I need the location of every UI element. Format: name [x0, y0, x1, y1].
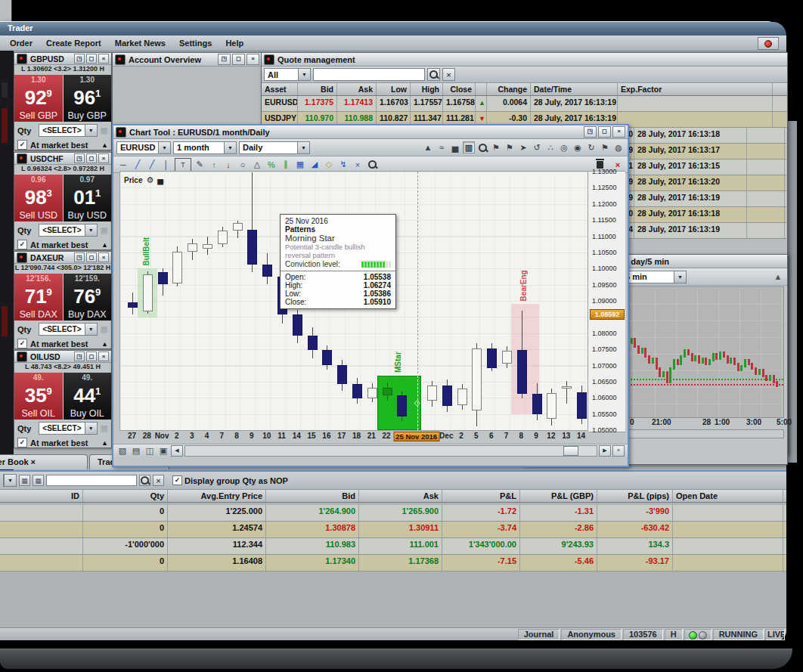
quote-col-low[interactable]: Low — [377, 83, 411, 95]
quote-col-date-time[interactable]: Date/Time — [531, 83, 618, 95]
quote-col-change[interactable]: Change — [487, 83, 531, 95]
buy-button[interactable]: 49.441Buy OIL — [64, 373, 112, 420]
menu-item-market-news[interactable]: Market News — [108, 37, 172, 49]
orders-col-p-l-pips-[interactable]: P&L (pips) — [597, 490, 673, 502]
menu-item-help[interactable]: Help — [219, 37, 250, 49]
scroll-right-button[interactable]: ▶ — [599, 445, 611, 457]
quote-col-asset[interactable]: Asset — [262, 83, 298, 95]
save-icon[interactable]: ▤ — [130, 445, 142, 457]
nop-checkbox[interactable]: ✓ — [172, 475, 182, 485]
quote-col-bid[interactable]: Bid — [298, 83, 337, 95]
menu-item-create-report[interactable]: Create Report — [39, 37, 108, 49]
menu-item-order[interactable]: Order — [3, 37, 39, 49]
arrow-down-tool-icon[interactable]: ↓ — [222, 159, 234, 171]
buy-button[interactable]: 0.97011Buy USD — [64, 175, 112, 221]
window-maximize-button[interactable]: ◻ — [86, 351, 97, 361]
window-float-button[interactable]: ◳ — [74, 252, 85, 262]
orders-col-open-date[interactable]: Open Date — [673, 490, 783, 502]
alert-icon[interactable]: ⚑ — [504, 141, 516, 153]
target-icon[interactable]: ◎ — [558, 141, 570, 153]
ungroup-button[interactable]: ▦ — [33, 475, 44, 486]
zoom-small-icon[interactable] — [366, 159, 378, 171]
window-float-button[interactable]: ◳ — [584, 126, 597, 138]
quote-row[interactable]: 2028 July, 2017 16:13:18 — [622, 207, 786, 223]
sell-button[interactable]: 49.359Sell OIL — [14, 373, 63, 420]
market-best-checkbox[interactable]: ✓ — [17, 240, 27, 249]
collapse-icon[interactable]: ▲ — [101, 439, 108, 447]
market-best-checkbox[interactable]: ✓ — [17, 140, 27, 150]
scroll-left-button[interactable]: ◀ — [171, 445, 183, 457]
chart-symbol-dropdown[interactable]: EURUSD▼ — [116, 141, 171, 154]
order-row[interactable]: 01.164081.173401.17368-7.15-5.46-93.17 — [0, 555, 786, 571]
close-icon[interactable]: × — [29, 457, 36, 466]
flag-tool-icon[interactable]: ◇ — [323, 159, 335, 171]
qty-dropdown[interactable]: <SELECT>▼ — [39, 323, 97, 336]
quote-search-input[interactable] — [313, 68, 425, 81]
vline-tool-icon[interactable]: │ — [160, 159, 172, 171]
quote-col-dir[interactable] — [476, 83, 487, 95]
text-tool-icon[interactable]: T — [175, 158, 191, 172]
trendline-tool-icon[interactable]: ╱ — [132, 159, 144, 171]
quote-col-high[interactable]: High — [411, 83, 443, 95]
chart-interval-dropdown[interactable]: Daily▼ — [239, 141, 310, 154]
sell-button[interactable]: 0.96983Sell USD — [14, 175, 63, 221]
order-row[interactable]: 01.245741.308781.30911-3.74-2.86-630.42 — [0, 522, 786, 538]
quote-col-close[interactable]: Close — [443, 83, 476, 95]
orders-filter-dropdown[interactable]: ▼ — [3, 474, 17, 487]
sell-button[interactable]: 12'156.719Sell DAX — [14, 274, 63, 321]
collapse-icon[interactable]: ▲ — [101, 340, 108, 348]
layout-icon[interactable]: ▧ — [116, 445, 129, 457]
area-chart-icon[interactable]: ▲ — [772, 271, 784, 283]
quote-filter-dropdown[interactable]: All▼ — [264, 68, 311, 81]
buy-button[interactable]: 12'159.769Buy DAX — [64, 274, 112, 321]
scroll-end-button[interactable]: » — [612, 445, 625, 457]
pattern-points-icon[interactable]: ∴ — [544, 141, 557, 153]
window-close-button[interactable]: × — [98, 54, 109, 63]
window-close-button[interactable]: × — [98, 351, 109, 361]
gear-icon[interactable]: ⚙ — [146, 175, 153, 185]
window-close-button[interactable]: × — [612, 126, 625, 138]
grid-icon[interactable]: ▦ — [101, 125, 108, 135]
window-float-button[interactable]: ◳ — [218, 54, 231, 65]
cross-tool-icon[interactable]: × — [352, 159, 364, 171]
market-best-checkbox[interactable]: ✓ — [17, 339, 27, 348]
orders-col-id[interactable]: ID — [0, 490, 83, 502]
quote-row[interactable]: EURUSD1.173751.174131.167031.175571.1675… — [262, 96, 787, 112]
sell-button[interactable]: 1.30929Sell GBP — [14, 75, 63, 122]
percent-tool-icon[interactable]: % — [265, 159, 277, 171]
quote-row[interactable]: 2928 July, 2017 16:13:17 — [622, 144, 786, 159]
alert-add-icon[interactable]: ⚑ — [490, 141, 502, 153]
copy-icon[interactable]: ◫ — [144, 445, 156, 457]
zoom-icon[interactable] — [476, 141, 488, 153]
world-icon[interactable]: ◍ — [612, 141, 625, 153]
candlestick-chart-icon[interactable]: ▥ — [463, 141, 475, 153]
quote-col-exp-factor[interactable]: Exp.Factor — [618, 83, 773, 95]
orders-col-p-l-gbp-[interactable]: P&L (GBP) — [520, 490, 597, 502]
orders-clear-button[interactable]: × — [153, 475, 164, 486]
group-button[interactable]: ▦ — [19, 475, 30, 486]
order-row[interactable]: -1'000'000112.344110.983111.0011'343'000… — [0, 538, 786, 555]
bell-icon[interactable]: ⚑ — [599, 141, 611, 153]
cursor-icon[interactable]: ➤ — [517, 141, 529, 153]
menu-item-settings[interactable]: Settings — [172, 37, 219, 49]
quote-row[interactable]: 9428 July, 2017 16:13:19 — [622, 223, 786, 239]
quote-search-button[interactable] — [427, 68, 440, 81]
grid-icon[interactable]: ▦ — [101, 423, 108, 433]
refresh-icon[interactable]: ↻ — [585, 141, 597, 153]
window-maximize-button[interactable]: ◻ — [86, 153, 97, 163]
window-close-button[interactable]: × — [246, 54, 259, 65]
orders-search-button[interactable] — [139, 475, 150, 486]
alert-menu-button[interactable] — [758, 37, 779, 50]
grid-icon[interactable]: ▦ — [101, 225, 108, 235]
grid-tool-icon[interactable]: ▦ — [294, 159, 306, 171]
collapse-icon[interactable]: ▲ — [101, 141, 108, 149]
parallel-tool-icon[interactable]: ∥ — [280, 159, 292, 171]
order-row[interactable]: 01'225.0001'264.9001'265.900-1.72-1.31-3… — [0, 505, 786, 522]
window-float-button[interactable]: ◳ — [74, 351, 85, 361]
ray-tool-icon[interactable]: ╱ — [146, 159, 158, 171]
market-best-checkbox[interactable]: ✓ — [17, 438, 27, 447]
scrollbar-thumb[interactable] — [563, 446, 578, 456]
window-float-button[interactable]: ◳ — [74, 153, 85, 163]
orders-col-bid[interactable]: Bid — [266, 490, 359, 502]
qty-dropdown[interactable]: <SELECT>▼ — [39, 422, 97, 435]
